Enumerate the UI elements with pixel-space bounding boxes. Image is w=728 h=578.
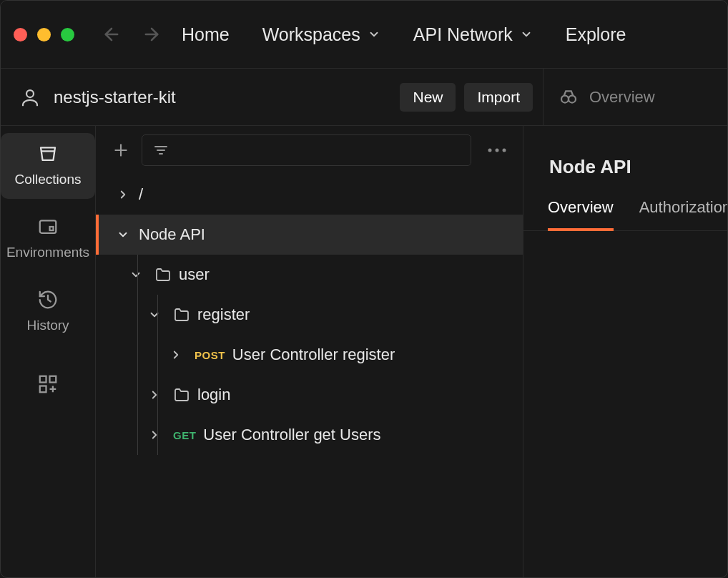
new-button[interactable]: New [400, 83, 456, 112]
tree-register-request-label: User Controller register [232, 346, 395, 364]
tree-register-label: register [197, 305, 250, 324]
nav-home-label: Home [182, 24, 230, 45]
grid-add-icon [37, 373, 59, 395]
add-collection-button[interactable] [112, 141, 130, 160]
detail-tabs: Overview Authorization [523, 198, 728, 231]
more-options-button[interactable] [483, 147, 511, 153]
chevron-down-icon [129, 268, 142, 281]
chevron-right-icon [169, 348, 182, 361]
top-nav: Home Workspaces API Network Explore [182, 24, 626, 45]
svg-point-18 [496, 149, 499, 152]
titlebar: Home Workspaces API Network Explore [1, 1, 727, 69]
sidebar-environments-label: Environments [6, 245, 89, 260]
method-get-badge: GET [173, 429, 196, 441]
tree-row-node-api[interactable]: Node API [96, 215, 523, 255]
tree-row-login[interactable]: login [96, 375, 523, 415]
svg-point-4 [569, 95, 576, 102]
tree-row-register[interactable]: register [96, 295, 523, 335]
overview-tab-label: Overview [589, 88, 655, 107]
tree-row-register-request[interactable]: POST User Controller register [96, 335, 523, 375]
tree-login-label: login [197, 386, 230, 404]
filter-input[interactable] [142, 134, 471, 166]
person-icon [19, 87, 41, 108]
binoculars-icon [558, 87, 579, 108]
arrow-right-icon [142, 24, 162, 44]
detail-tab-authorization[interactable]: Authorization [639, 198, 728, 230]
detail-pane: Node API Overview Authorization [523, 126, 728, 577]
chevron-down-icon [148, 308, 161, 321]
history-icon [37, 289, 59, 310]
sidebar-item-collections[interactable]: Collections [1, 133, 95, 199]
svg-rect-9 [40, 386, 46, 393]
folder-icon [173, 306, 190, 323]
tree-root-label: / [139, 185, 143, 204]
nav-explore[interactable]: Explore [566, 24, 626, 45]
traffic-lights [14, 28, 74, 41]
sidebar-configure[interactable] [1, 366, 95, 402]
nav-arrows [102, 24, 162, 44]
import-button[interactable]: Import [464, 83, 533, 112]
nav-api-network[interactable]: API Network [413, 24, 533, 45]
collections-icon [37, 143, 59, 165]
svg-point-2 [26, 90, 34, 97]
sub-header: nestjs-starter-kit New Import Overview [1, 69, 727, 126]
folder-icon [173, 386, 190, 403]
chevron-down-icon [520, 28, 533, 41]
sidebar-collections-label: Collections [15, 172, 82, 187]
maximize-window-button[interactable] [61, 28, 74, 41]
chevron-right-icon [117, 188, 129, 201]
sidebar: Collections Environments History [1, 126, 96, 577]
sub-header-buttons: New Import [400, 83, 533, 112]
close-window-button[interactable] [14, 28, 27, 41]
sidebar-history-label: History [26, 318, 69, 333]
collection-tree: / Node API user register PO [96, 175, 523, 455]
sub-header-right[interactable]: Overview [543, 69, 655, 125]
arrow-left-icon [102, 24, 122, 44]
collection-pane: / Node API user register PO [96, 126, 523, 577]
svg-rect-7 [40, 376, 46, 383]
filter-icon [152, 142, 169, 159]
environments-icon [37, 216, 59, 237]
back-button[interactable] [102, 24, 122, 44]
nav-workspaces[interactable]: Workspaces [262, 24, 380, 45]
nav-workspaces-label: Workspaces [262, 24, 360, 45]
nav-home[interactable]: Home [182, 24, 230, 45]
folder-icon [154, 266, 172, 283]
nav-api-network-label: API Network [413, 24, 513, 45]
sidebar-item-environments[interactable]: Environments [1, 206, 95, 272]
tree-get-users-label: User Controller get Users [203, 426, 380, 444]
chevron-down-icon [117, 228, 129, 241]
collection-toolbar [96, 126, 523, 175]
more-horizontal-icon [487, 147, 507, 153]
forward-button[interactable] [142, 24, 162, 44]
tree-node-api-label: Node API [139, 225, 205, 244]
detail-title: Node API [523, 143, 728, 198]
sidebar-item-history[interactable]: History [1, 279, 95, 345]
chevron-down-icon [368, 28, 380, 41]
plus-icon [112, 141, 130, 160]
svg-point-17 [488, 149, 492, 152]
svg-rect-8 [50, 376, 56, 383]
main: Collections Environments History [1, 126, 727, 577]
chevron-right-icon [148, 388, 161, 401]
tree-user-label: user [179, 265, 210, 284]
chevron-right-icon [148, 428, 161, 441]
detail-tab-overview[interactable]: Overview [548, 198, 614, 231]
method-post-badge: POST [195, 349, 225, 361]
tree-row-get-users[interactable]: GET User Controller get Users [96, 415, 523, 455]
nav-explore-label: Explore [566, 24, 626, 45]
sub-header-left: nestjs-starter-kit New Import [1, 83, 543, 112]
minimize-window-button[interactable] [37, 28, 51, 41]
tree-row-root[interactable]: / [96, 175, 523, 215]
svg-point-19 [503, 149, 506, 152]
svg-rect-6 [50, 227, 54, 230]
workspace-name[interactable]: nestjs-starter-kit [54, 87, 400, 107]
tree-row-user[interactable]: user [96, 255, 523, 295]
workspace-icon [19, 87, 41, 108]
svg-point-3 [561, 95, 569, 102]
